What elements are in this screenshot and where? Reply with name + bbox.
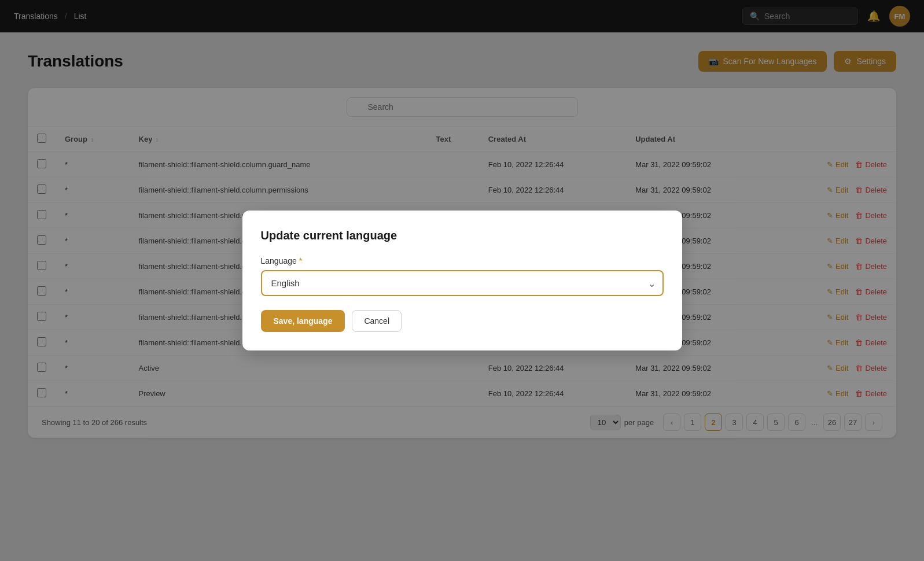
modal-overlay[interactable]: Update current language Language * Engli… bbox=[0, 0, 924, 561]
modal-title: Update current language bbox=[261, 229, 664, 242]
required-indicator: * bbox=[299, 256, 302, 265]
language-label: Language * bbox=[261, 256, 664, 265]
save-language-button[interactable]: Save, language bbox=[261, 310, 345, 332]
modal-actions: Save, language Cancel bbox=[261, 310, 664, 332]
language-select[interactable]: English French German Spanish bbox=[261, 270, 664, 296]
language-select-wrapper: English French German Spanish ⌄ bbox=[261, 270, 664, 296]
modal-dialog: Update current language Language * Engli… bbox=[242, 211, 682, 350]
cancel-button[interactable]: Cancel bbox=[352, 310, 402, 332]
